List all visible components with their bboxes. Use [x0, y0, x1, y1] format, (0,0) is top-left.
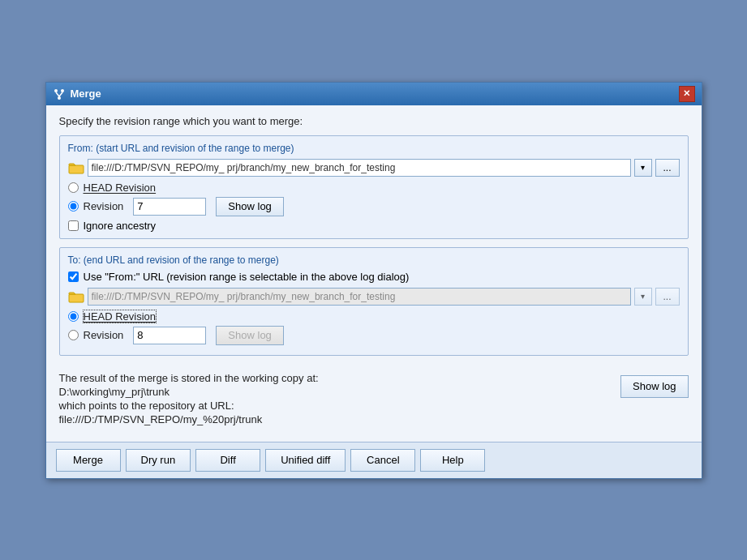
from-show-log-button[interactable]: Show log [216, 197, 283, 216]
from-head-revision-label: HEAD Revision [84, 182, 157, 194]
to-section: To: (end URL and revision of the range t… [59, 247, 689, 356]
main-instruction: Specify the revision range which you wan… [59, 115, 689, 127]
from-section: From: (start URL and revision of the ran… [59, 135, 689, 239]
dialog-body: Specify the revision range which you wan… [46, 105, 702, 442]
to-url-browse[interactable]: ... [655, 288, 680, 306]
from-section-label: From: (start URL and revision of the ran… [68, 143, 680, 154]
info-left: The result of the merge is stored in the… [59, 372, 616, 427]
title-bar-left: Merge [53, 88, 101, 100]
to-url-input[interactable] [88, 288, 631, 306]
info-section-inner: The result of the merge is stored in the… [59, 372, 689, 427]
from-revision-row: Revision Show log [68, 197, 680, 216]
footer-buttons: Merge Dry run Diff Unified diff Cancel H… [46, 442, 702, 478]
folder-icon [68, 161, 84, 174]
svg-rect-6 [69, 294, 84, 302]
folder-icon-to [68, 290, 84, 303]
from-url-browse[interactable]: ... [655, 159, 680, 177]
from-url-dropdown[interactable]: ▾ [634, 159, 652, 177]
ignore-ancestry-row: Ignore ancestry [68, 220, 680, 232]
from-url-row: ▾ ... [68, 159, 680, 177]
use-from-url-label: Use "From:" URL (revision range is selec… [84, 271, 410, 283]
svg-rect-5 [69, 165, 84, 173]
to-head-revision-radio[interactable] [68, 311, 79, 322]
from-head-revision-row: HEAD Revision [68, 182, 680, 194]
close-button[interactable]: ✕ [679, 86, 695, 102]
svg-point-2 [58, 96, 61, 100]
to-section-label: To: (end URL and revision of the range t… [68, 254, 680, 266]
to-url-row: ▾ ... [68, 288, 680, 306]
info-show-log-button[interactable]: Show log [620, 375, 688, 398]
from-revision-radio[interactable] [68, 201, 79, 212]
unified-diff-button[interactable]: Unified diff [265, 449, 346, 472]
to-revision-radio[interactable] [68, 330, 79, 340]
info-line2: D:\working\my_prj\trunk [59, 386, 616, 398]
from-revision-input[interactable] [133, 198, 206, 216]
dialog-title: Merge [71, 88, 101, 100]
to-revision-row: Revision Show log [68, 326, 680, 345]
cancel-button[interactable]: Cancel [350, 449, 415, 472]
svg-line-3 [56, 92, 59, 96]
svg-point-1 [61, 89, 64, 92]
svg-line-4 [59, 92, 62, 96]
info-line4: file:///D:/TMP/SVN_REPO/my_%20prj/trunk [59, 413, 616, 425]
dry-run-button[interactable]: Dry run [126, 449, 191, 472]
diff-button[interactable]: Diff [195, 449, 260, 472]
info-line1: The result of the merge is stored in the… [59, 372, 616, 384]
info-section: The result of the merge is stored in the… [59, 364, 689, 432]
to-url-dropdown[interactable]: ▾ [634, 288, 652, 306]
from-url-input[interactable] [88, 159, 631, 177]
help-button[interactable]: Help [420, 449, 485, 472]
merge-dialog: Merge ✕ Specify the revision range which… [45, 82, 702, 479]
to-revision-label: Revision [84, 329, 124, 341]
from-revision-label: Revision [84, 200, 124, 212]
info-line3: which points to the repository at URL: [59, 400, 616, 412]
to-head-revision-row: HEAD Revision [68, 310, 680, 323]
merge-icon [53, 88, 66, 100]
to-show-log-button[interactable]: Show log [216, 326, 283, 345]
to-revision-input[interactable] [133, 327, 206, 344]
svg-point-0 [54, 89, 58, 92]
use-from-url-checkbox[interactable] [68, 271, 79, 282]
title-bar: Merge ✕ [46, 83, 702, 105]
ignore-ancestry-checkbox[interactable] [68, 220, 79, 231]
to-head-revision-label: HEAD Revision [84, 310, 157, 323]
ignore-ancestry-label: Ignore ancestry [84, 220, 157, 232]
merge-button[interactable]: Merge [56, 449, 121, 472]
use-from-row: Use "From:" URL (revision range is selec… [68, 271, 680, 283]
from-head-revision-radio[interactable] [68, 182, 79, 193]
